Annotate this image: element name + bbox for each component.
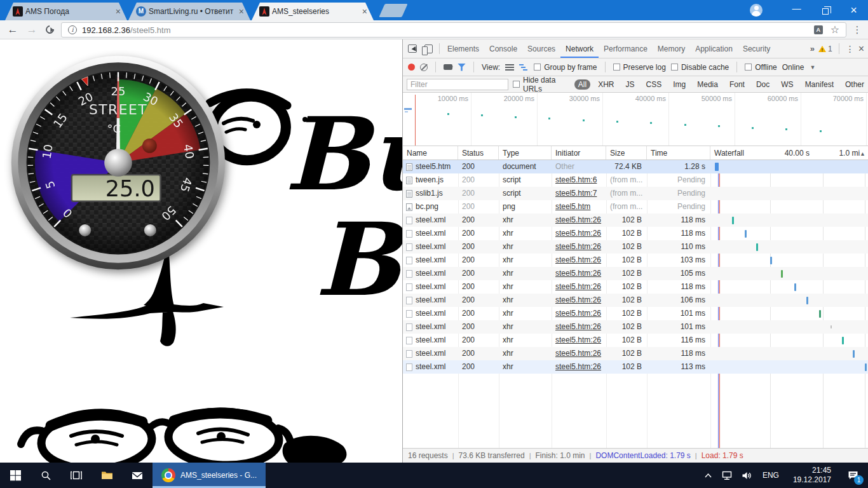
filter-chip-all[interactable]: All — [574, 79, 590, 90]
request-initiator[interactable]: steel5.htm:26 — [552, 360, 606, 374]
table-row[interactable]: steel.xml200xhrsteel5.htm:26102 B116 ms — [403, 334, 868, 347]
taskbar-chrome-button[interactable]: AMS_steelseries - G... — [153, 463, 266, 488]
list-view-icon[interactable] — [505, 64, 514, 71]
bookmark-star-icon[interactable]: ☆ — [831, 25, 839, 35]
initiator-link[interactable]: steel5.htm:6 — [555, 175, 597, 184]
request-name-cell[interactable]: steel.xml — [403, 280, 458, 294]
group-by-frame-checkbox[interactable]: Group by frame — [534, 63, 597, 72]
request-initiator[interactable]: steel5.htm:26 — [552, 267, 606, 280]
filter-chip-font[interactable]: Font — [726, 79, 749, 90]
request-initiator[interactable]: steel5.htm:26 — [552, 320, 606, 334]
disable-cache-checkbox[interactable]: Disable cache — [671, 63, 729, 72]
request-name-cell[interactable]: steel.xml — [403, 334, 458, 347]
file-explorer-button[interactable] — [92, 463, 122, 488]
devtools-tab-security[interactable]: Security — [738, 39, 775, 58]
waterfall-view-icon[interactable] — [519, 64, 529, 71]
request-name-cell[interactable]: steel.xml — [403, 360, 458, 374]
column-header-waterfall[interactable]: Waterfall 40.00 s 1.0 mi▲ — [710, 146, 868, 159]
initiator-link[interactable]: steel5.htm:26 — [555, 255, 601, 264]
tab-close-icon[interactable]: × — [238, 6, 245, 17]
initiator-link[interactable]: steel5.htm:26 — [555, 336, 601, 344]
translate-icon[interactable]: A — [814, 25, 823, 34]
filter-chip-css[interactable]: CSS — [642, 79, 666, 90]
request-name-cell[interactable]: steel.xml — [403, 267, 458, 280]
mail-button[interactable] — [122, 463, 153, 488]
action-center-button[interactable]: 1 — [840, 463, 865, 488]
filter-chip-other[interactable]: Other — [841, 79, 868, 90]
column-header-time[interactable]: Time — [647, 146, 710, 159]
volume-tray-button[interactable] — [738, 463, 755, 488]
filter-icon[interactable] — [458, 64, 466, 71]
clear-button[interactable] — [420, 64, 428, 71]
column-header-status[interactable]: Status — [458, 146, 499, 159]
request-initiator[interactable]: steel5.htm:26 — [552, 254, 606, 267]
request-name-cell[interactable]: steel5.htm — [403, 160, 458, 173]
filter-chip-media[interactable]: Media — [693, 79, 722, 90]
table-row[interactable]: steel.xml200xhrsteel5.htm:26102 B118 ms — [403, 214, 868, 227]
forward-button[interactable]: → — [23, 20, 41, 39]
filter-chip-img[interactable]: Img — [669, 79, 689, 90]
warning-indicator[interactable]: 1 — [818, 44, 832, 53]
capture-screenshots-icon[interactable] — [444, 64, 452, 70]
column-header-initiator[interactable]: Initiator — [552, 146, 606, 159]
inspect-element-icon[interactable] — [408, 44, 417, 53]
request-initiator[interactable]: steel5.htm:26 — [552, 240, 606, 254]
table-row[interactable]: steel.xml200xhrsteel5.htm:26102 B118 ms — [403, 227, 868, 240]
browser-tab[interactable]: AMS_steelseries× — [252, 3, 374, 20]
initiator-link[interactable]: steel5.htm:26 — [555, 269, 601, 278]
devtools-tab-network[interactable]: Network — [560, 39, 599, 58]
column-header-size[interactable]: Size — [606, 146, 647, 159]
column-header-type[interactable]: Type — [499, 146, 552, 159]
table-row[interactable]: steel5.htm200documentOther72.4 KB1.28 s — [403, 160, 868, 173]
initiator-link[interactable]: steel5.htm:26 — [555, 309, 601, 318]
table-row[interactable]: bc.png200pngsteel5.htm(from m...Pending — [403, 200, 868, 214]
request-initiator[interactable]: Other — [552, 160, 606, 173]
initiator-link[interactable]: steel5.htm:7 — [555, 189, 597, 198]
table-row[interactable]: sslib1.js200scriptsteel5.htm:7(from m...… — [403, 187, 868, 200]
request-initiator[interactable]: steel5.htm:6 — [552, 173, 606, 187]
request-initiator[interactable]: steel5.htm:26 — [552, 227, 606, 240]
request-initiator[interactable]: steel5.htm:26 — [552, 280, 606, 294]
search-button[interactable] — [31, 463, 61, 488]
minimize-button[interactable]: — — [782, 0, 811, 20]
request-initiator[interactable]: steel5.htm:26 — [552, 294, 606, 307]
initiator-link[interactable]: steel5.htm:26 — [555, 215, 601, 224]
request-initiator[interactable]: steel5.htm:26 — [552, 214, 606, 227]
filter-chip-doc[interactable]: Doc — [752, 79, 773, 90]
browser-tab[interactable]: MSmartLiving.ru • Ответит× — [128, 3, 250, 20]
back-button[interactable]: ← — [4, 20, 22, 39]
request-name-cell[interactable]: steel.xml — [403, 227, 458, 240]
tray-expand-button[interactable] — [700, 463, 717, 488]
devtools-tab-console[interactable]: Console — [484, 39, 522, 58]
request-name-cell[interactable]: steel.xml — [403, 214, 458, 227]
task-view-button[interactable] — [61, 463, 92, 488]
devtools-menu-icon[interactable]: ⋮ — [846, 44, 855, 54]
initiator-link[interactable]: steel5.htm:26 — [555, 229, 601, 238]
table-row[interactable]: steel.xml200xhrsteel5.htm:26102 B113 ms — [403, 360, 868, 374]
table-row[interactable]: tween.js200scriptsteel5.htm:6(from m...P… — [403, 173, 868, 187]
start-button[interactable] — [0, 463, 31, 488]
more-tabs-icon[interactable]: » — [810, 44, 815, 53]
request-name-cell[interactable]: tween.js — [403, 173, 458, 187]
record-button[interactable] — [408, 64, 415, 71]
page-info-icon[interactable]: i — [68, 25, 77, 34]
restore-button[interactable] — [811, 0, 839, 20]
throttling-dropdown[interactable]: Online▼ — [782, 63, 816, 72]
language-indicator[interactable]: ENG — [757, 471, 784, 480]
request-name-cell[interactable]: steel.xml — [403, 347, 458, 360]
initiator-link[interactable]: steel5.htm:26 — [555, 322, 601, 331]
table-row[interactable]: steel.xml200xhrsteel5.htm:26102 B118 ms — [403, 280, 868, 294]
column-header-name[interactable]: Name — [403, 146, 458, 159]
devtools-tab-elements[interactable]: Elements — [442, 39, 484, 58]
table-row[interactable]: steel.xml200xhrsteel5.htm:26102 B101 ms — [403, 320, 868, 334]
network-overview[interactable]: 10000 ms20000 ms30000 ms40000 ms50000 ms… — [403, 93, 868, 146]
devtools-tab-memory[interactable]: Memory — [653, 39, 690, 58]
request-initiator[interactable]: steel5.htm:26 — [552, 347, 606, 360]
address-bar[interactable]: i 192.168.2.36/steel5.htm A ☆ — [61, 22, 846, 37]
request-initiator[interactable]: steel5.htm:26 — [552, 307, 606, 320]
new-tab-button[interactable] — [379, 4, 407, 17]
devtools-tab-performance[interactable]: Performance — [599, 39, 653, 58]
browser-tab[interactable]: AMS Погода× — [5, 3, 127, 20]
network-tray-button[interactable] — [719, 463, 736, 488]
request-name-cell[interactable]: steel.xml — [403, 240, 458, 254]
